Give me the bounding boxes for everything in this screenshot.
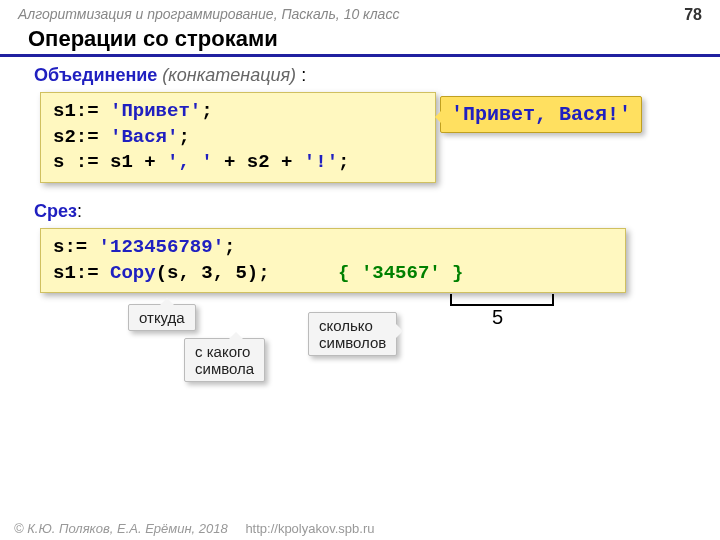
section2-tail: :	[77, 201, 82, 221]
note-from-char: с какого символа	[184, 338, 265, 383]
note-how-many: сколько символов	[308, 312, 397, 357]
footer-url: http://kpolyakov.spb.ru	[245, 521, 374, 536]
page-number: 78	[684, 6, 702, 24]
code-line: s:= '123456789';	[53, 235, 613, 261]
code-box-slice: s:= '123456789'; s1:= Copy(s, 3, 5); { '…	[40, 228, 626, 293]
bracket	[450, 294, 554, 306]
code-box-concat: s1:= 'Привет'; s2:= 'Вася'; s := s1 + ',…	[40, 92, 436, 183]
footer: © К.Ю. Поляков, Е.А. Ерёмин, 2018 http:/…	[14, 521, 374, 536]
section2-label: Срез:	[0, 199, 720, 226]
note-whence: откуда	[128, 304, 196, 331]
section2-blue: Срез	[34, 201, 77, 221]
course-label: Алгоритмизация и программирование, Паска…	[18, 6, 399, 24]
page-title: Операции со строками	[0, 26, 720, 57]
code-line: s1:= Copy(s, 3, 5); { '34567' }	[53, 261, 613, 287]
section1-gray: (конкатенация)	[162, 65, 296, 85]
copyright: © К.Ю. Поляков, Е.А. Ерёмин, 2018	[14, 521, 228, 536]
result-callout: 'Привет, Вася!'	[440, 96, 642, 133]
section1-tail: :	[296, 65, 306, 85]
section1-label: Объединение (конкатенация) :	[0, 63, 720, 90]
code-line: s2:= 'Вася';	[53, 125, 423, 151]
code-line: s := s1 + ', ' + s2 + '!';	[53, 150, 423, 176]
header: Алгоритмизация и программирование, Паска…	[0, 0, 720, 26]
code-line: s1:= 'Привет';	[53, 99, 423, 125]
section1-blue: Объединение	[34, 65, 157, 85]
bracket-label: 5	[492, 306, 503, 329]
